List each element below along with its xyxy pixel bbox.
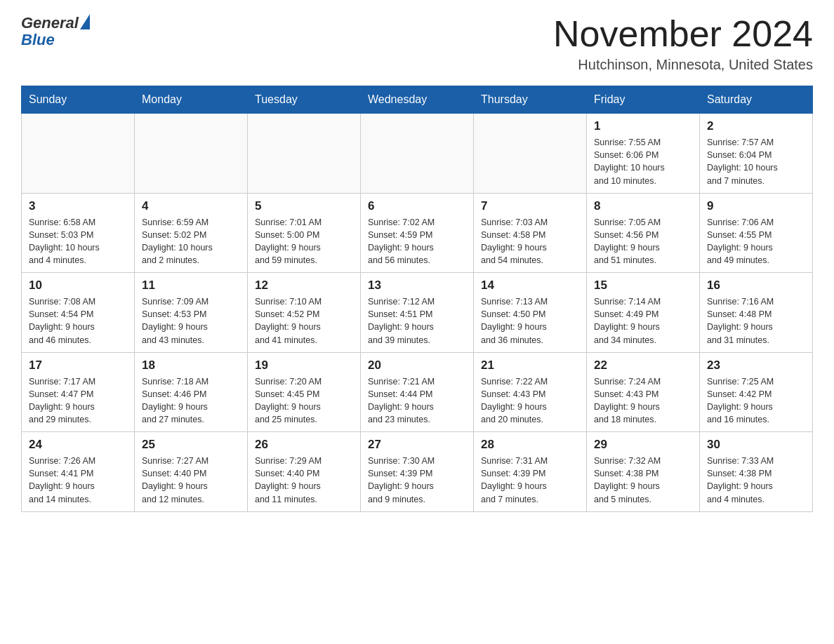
day-of-week-header: Monday [135, 86, 248, 114]
day-info: Sunrise: 7:33 AM Sunset: 4:38 PM Dayligh… [707, 455, 805, 506]
calendar-week-row: 24Sunrise: 7:26 AM Sunset: 4:41 PM Dayli… [22, 432, 813, 512]
day-number: 7 [481, 199, 579, 213]
calendar-cell: 12Sunrise: 7:10 AM Sunset: 4:52 PM Dayli… [248, 273, 361, 353]
day-number: 27 [368, 438, 466, 452]
day-info: Sunrise: 7:08 AM Sunset: 4:54 PM Dayligh… [29, 295, 127, 347]
day-of-week-header: Wednesday [361, 86, 474, 114]
day-number: 9 [707, 199, 805, 213]
logo-blue-text: Blue [21, 31, 90, 49]
day-number: 1 [594, 119, 692, 133]
calendar-week-row: 1Sunrise: 7:55 AM Sunset: 6:06 PM Daylig… [22, 114, 813, 194]
calendar-week-row: 3Sunrise: 6:58 AM Sunset: 5:03 PM Daylig… [22, 193, 813, 273]
day-number: 12 [255, 279, 353, 293]
calendar-cell: 8Sunrise: 7:05 AM Sunset: 4:56 PM Daylig… [587, 193, 700, 273]
calendar-cell: 2Sunrise: 7:57 AM Sunset: 6:04 PM Daylig… [700, 114, 813, 194]
calendar-cell [248, 114, 361, 194]
day-number: 22 [594, 358, 692, 373]
calendar-subtitle: Hutchinson, Minnesota, United States [553, 57, 813, 73]
day-info: Sunrise: 7:03 AM Sunset: 4:58 PM Dayligh… [481, 216, 579, 267]
calendar-cell: 26Sunrise: 7:29 AM Sunset: 4:40 PM Dayli… [248, 432, 361, 512]
calendar-cell [22, 114, 135, 194]
calendar-cell: 20Sunrise: 7:21 AM Sunset: 4:44 PM Dayli… [361, 352, 474, 432]
day-info: Sunrise: 7:16 AM Sunset: 4:48 PM Dayligh… [707, 295, 805, 347]
day-number: 14 [481, 279, 579, 293]
day-info: Sunrise: 7:22 AM Sunset: 4:43 PM Dayligh… [481, 375, 579, 427]
header: General Blue November 2024 Hutchinson, M… [21, 14, 813, 73]
calendar-cell: 11Sunrise: 7:09 AM Sunset: 4:53 PM Dayli… [135, 273, 248, 353]
calendar-cell: 7Sunrise: 7:03 AM Sunset: 4:58 PM Daylig… [474, 193, 587, 273]
day-of-week-header: Tuesday [248, 86, 361, 114]
day-number: 25 [142, 438, 240, 452]
day-info: Sunrise: 7:57 AM Sunset: 6:04 PM Dayligh… [707, 136, 805, 187]
day-number: 23 [707, 358, 805, 373]
header-row: SundayMondayTuesdayWednesdayThursdayFrid… [22, 86, 813, 114]
day-info: Sunrise: 7:30 AM Sunset: 4:39 PM Dayligh… [368, 455, 466, 506]
day-number: 21 [481, 358, 579, 373]
calendar-cell: 14Sunrise: 7:13 AM Sunset: 4:50 PM Dayli… [474, 273, 587, 353]
calendar-table: SundayMondayTuesdayWednesdayThursdayFrid… [21, 86, 813, 512]
calendar-cell: 17Sunrise: 7:17 AM Sunset: 4:47 PM Dayli… [22, 352, 135, 432]
day-info: Sunrise: 7:32 AM Sunset: 4:38 PM Dayligh… [594, 455, 692, 506]
day-number: 15 [594, 279, 692, 293]
day-info: Sunrise: 7:21 AM Sunset: 4:44 PM Dayligh… [368, 375, 466, 427]
calendar-cell [474, 114, 587, 194]
day-number: 26 [255, 438, 353, 452]
day-info: Sunrise: 6:58 AM Sunset: 5:03 PM Dayligh… [29, 216, 127, 267]
day-number: 28 [481, 438, 579, 452]
day-number: 3 [29, 199, 127, 213]
day-number: 16 [707, 279, 805, 293]
day-number: 2 [707, 119, 805, 133]
calendar-cell: 3Sunrise: 6:58 AM Sunset: 5:03 PM Daylig… [22, 193, 135, 273]
day-number: 6 [368, 199, 466, 213]
calendar-cell: 6Sunrise: 7:02 AM Sunset: 4:59 PM Daylig… [361, 193, 474, 273]
day-number: 10 [29, 279, 127, 293]
day-info: Sunrise: 7:31 AM Sunset: 4:39 PM Dayligh… [481, 455, 579, 506]
calendar-cell: 19Sunrise: 7:20 AM Sunset: 4:45 PM Dayli… [248, 352, 361, 432]
day-of-week-header: Friday [587, 86, 700, 114]
calendar-cell: 5Sunrise: 7:01 AM Sunset: 5:00 PM Daylig… [248, 193, 361, 273]
calendar-cell: 16Sunrise: 7:16 AM Sunset: 4:48 PM Dayli… [700, 273, 813, 353]
calendar-cell: 1Sunrise: 7:55 AM Sunset: 6:06 PM Daylig… [587, 114, 700, 194]
calendar-cell: 13Sunrise: 7:12 AM Sunset: 4:51 PM Dayli… [361, 273, 474, 353]
calendar-cell: 23Sunrise: 7:25 AM Sunset: 4:42 PM Dayli… [700, 352, 813, 432]
logo-triangle-icon [80, 14, 90, 29]
day-number: 24 [29, 438, 127, 452]
day-info: Sunrise: 7:05 AM Sunset: 4:56 PM Dayligh… [594, 216, 692, 267]
day-number: 18 [142, 358, 240, 373]
calendar-cell: 15Sunrise: 7:14 AM Sunset: 4:49 PM Dayli… [587, 273, 700, 353]
calendar-cell: 30Sunrise: 7:33 AM Sunset: 4:38 PM Dayli… [700, 432, 813, 512]
day-number: 5 [255, 199, 353, 213]
day-number: 11 [142, 279, 240, 293]
day-info: Sunrise: 7:12 AM Sunset: 4:51 PM Dayligh… [368, 295, 466, 347]
day-info: Sunrise: 7:10 AM Sunset: 4:52 PM Dayligh… [255, 295, 353, 347]
calendar-title: November 2024 [553, 14, 813, 54]
day-info: Sunrise: 7:09 AM Sunset: 4:53 PM Dayligh… [142, 295, 240, 347]
day-of-week-header: Saturday [700, 86, 813, 114]
day-info: Sunrise: 7:25 AM Sunset: 4:42 PM Dayligh… [707, 375, 805, 427]
day-number: 20 [368, 358, 466, 373]
calendar-cell [361, 114, 474, 194]
calendar-cell: 22Sunrise: 7:24 AM Sunset: 4:43 PM Dayli… [587, 352, 700, 432]
calendar-week-row: 10Sunrise: 7:08 AM Sunset: 4:54 PM Dayli… [22, 273, 813, 353]
calendar-cell: 21Sunrise: 7:22 AM Sunset: 4:43 PM Dayli… [474, 352, 587, 432]
day-info: Sunrise: 7:01 AM Sunset: 5:00 PM Dayligh… [255, 216, 353, 267]
day-info: Sunrise: 7:06 AM Sunset: 4:55 PM Dayligh… [707, 216, 805, 267]
day-info: Sunrise: 7:27 AM Sunset: 4:40 PM Dayligh… [142, 455, 240, 506]
day-number: 13 [368, 279, 466, 293]
title-area: November 2024 Hutchinson, Minnesota, Uni… [553, 14, 813, 73]
logo-general-text: General [21, 14, 79, 32]
day-number: 4 [142, 199, 240, 213]
calendar-cell: 4Sunrise: 6:59 AM Sunset: 5:02 PM Daylig… [135, 193, 248, 273]
day-number: 29 [594, 438, 692, 452]
day-info: Sunrise: 7:02 AM Sunset: 4:59 PM Dayligh… [368, 216, 466, 267]
calendar-cell: 27Sunrise: 7:30 AM Sunset: 4:39 PM Dayli… [361, 432, 474, 512]
calendar-cell: 25Sunrise: 7:27 AM Sunset: 4:40 PM Dayli… [135, 432, 248, 512]
day-info: Sunrise: 7:26 AM Sunset: 4:41 PM Dayligh… [29, 455, 127, 506]
calendar-week-row: 17Sunrise: 7:17 AM Sunset: 4:47 PM Dayli… [22, 352, 813, 432]
logo: General Blue [21, 14, 90, 49]
day-info: Sunrise: 7:55 AM Sunset: 6:06 PM Dayligh… [594, 136, 692, 187]
day-info: Sunrise: 7:17 AM Sunset: 4:47 PM Dayligh… [29, 375, 127, 427]
day-of-week-header: Thursday [474, 86, 587, 114]
calendar-cell: 10Sunrise: 7:08 AM Sunset: 4:54 PM Dayli… [22, 273, 135, 353]
calendar-cell [135, 114, 248, 194]
